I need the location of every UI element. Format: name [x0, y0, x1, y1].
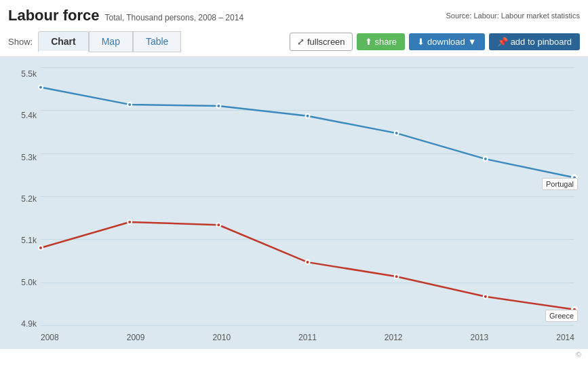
chart-inner: 5.5k 5.4k 5.3k 5.2k 5.1k 5.0k 4.9k Portu…: [7, 57, 581, 349]
svg-point-10: [128, 220, 132, 224]
y-label-3: 5.2k: [7, 194, 41, 204]
chart-area: 5.5k 5.4k 5.3k 5.2k 5.1k 5.0k 4.9k Portu…: [0, 57, 588, 349]
title-group: Labour force Total, Thousand persons, 20…: [8, 7, 243, 24]
pinboard-label: add to pinboard: [511, 37, 572, 47]
dropdown-icon: ▼: [468, 37, 477, 47]
svg-point-9: [39, 246, 43, 250]
chart-svg: [41, 67, 574, 325]
svg-point-11: [216, 223, 220, 227]
fullscreen-icon: ⤢: [297, 37, 305, 47]
portugal-label-tag: Portugal: [542, 178, 578, 190]
source-text: Source: Labour: Labour market statistics: [446, 12, 580, 20]
share-label: share: [375, 37, 397, 47]
tab-chart[interactable]: Chart: [38, 31, 89, 52]
svg-point-2: [39, 86, 43, 90]
copyright: ©: [576, 350, 581, 359]
y-label-5: 5.0k: [7, 278, 41, 287]
y-label-4: 5.1k: [7, 236, 41, 245]
pinboard-button[interactable]: 📌 add to pinboard: [489, 33, 580, 50]
greece-text: Greece: [549, 312, 574, 320]
fullscreen-label: fullscreen: [307, 37, 345, 47]
toolbar: Show: Chart Map Table ⤢ fullscreen ⬆ sha…: [0, 27, 588, 57]
download-label: download: [427, 37, 465, 47]
svg-point-5: [306, 114, 310, 118]
y-label-6: 4.9k: [7, 319, 41, 329]
svg-point-6: [395, 131, 399, 135]
grid-line-6: [41, 325, 574, 326]
y-label-0: 5.5k: [7, 69, 41, 79]
pin-icon: 📌: [497, 37, 508, 47]
title-subtitle: Total, Thousand persons, 2008 – 2014: [104, 13, 243, 22]
greece-label-tag: Greece: [545, 310, 578, 322]
tab-group: Chart Map Table: [38, 31, 181, 52]
y-axis: 5.5k 5.4k 5.3k 5.2k 5.1k 5.0k 4.9k: [7, 57, 41, 349]
footer: ©: [0, 349, 588, 360]
header: Labour force Total, Thousand persons, 20…: [0, 0, 588, 27]
svg-point-4: [216, 104, 220, 108]
x-label-2009: 2009: [127, 333, 145, 342]
y-label-1: 5.4k: [7, 111, 41, 120]
page-title: Labour force: [8, 7, 99, 24]
plot-area: Portugal Greece: [41, 67, 574, 325]
svg-point-7: [484, 157, 488, 161]
svg-point-13: [395, 274, 399, 278]
svg-point-14: [484, 295, 488, 299]
x-axis: 2008 2009 2010 2011 2012 2013 2014: [41, 333, 574, 342]
portugal-text: Portugal: [546, 180, 574, 188]
svg-point-3: [128, 103, 132, 107]
x-label-2014: 2014: [556, 333, 574, 342]
x-label-2010: 2010: [212, 333, 231, 342]
x-label-2012: 2012: [385, 333, 403, 342]
share-button[interactable]: ⬆ share: [357, 33, 406, 50]
svg-point-12: [306, 260, 310, 264]
share-icon: ⬆: [365, 37, 372, 47]
show-label: Show:: [8, 37, 33, 47]
x-label-2013: 2013: [471, 333, 489, 342]
download-icon: ⬇: [417, 37, 425, 47]
fullscreen-button[interactable]: ⤢ fullscreen: [290, 33, 353, 51]
tab-map[interactable]: Map: [89, 31, 133, 52]
download-button[interactable]: ⬇ download ▼: [409, 33, 485, 50]
x-label-2008: 2008: [41, 333, 59, 342]
tab-table[interactable]: Table: [133, 31, 181, 52]
x-label-2011: 2011: [298, 333, 317, 342]
y-label-2: 5.3k: [7, 153, 41, 162]
